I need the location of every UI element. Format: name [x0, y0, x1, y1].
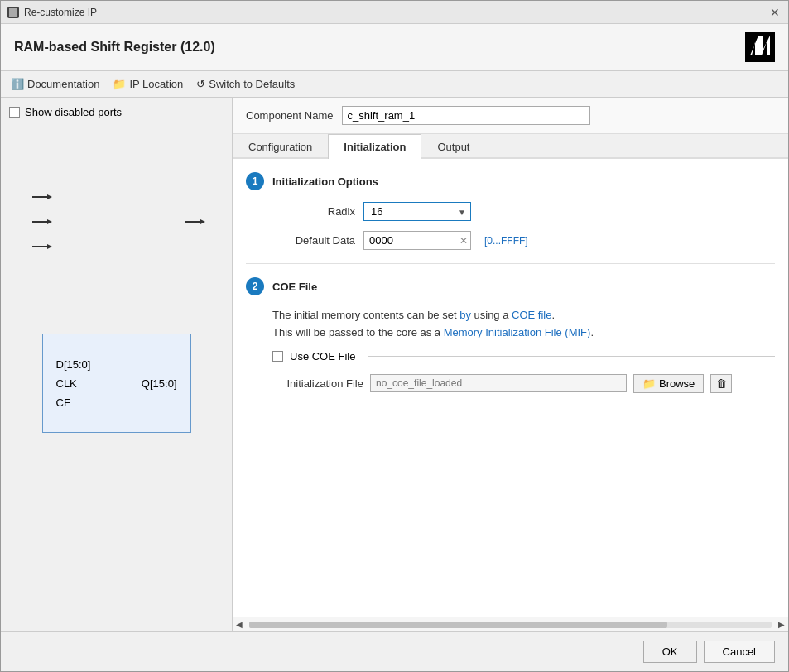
section1-header: 1 Initialization Options: [246, 172, 775, 190]
info-icon: ℹ️: [11, 78, 24, 90]
coe-desc-line2: This will be passed to the core as a Mem…: [272, 324, 775, 342]
port-d: D[15:0]: [56, 358, 177, 371]
switch-defaults-button[interactable]: ↺ Switch to Defaults: [196, 78, 295, 90]
component-name-label: Component Name: [246, 109, 334, 122]
amd-logo: [745, 32, 775, 62]
show-disabled-checkbox[interactable]: [9, 107, 20, 118]
radix-label: Radix: [272, 205, 355, 218]
tab-initialization[interactable]: Initialization: [328, 134, 421, 159]
init-file-row: Initialization File 📁 Browse 🗑: [246, 374, 775, 393]
component-diagram: D[15:0] CLK Q[15:0] CE: [42, 334, 191, 433]
use-coe-label: Use COE File: [290, 350, 355, 362]
section2-title: COE File: [272, 281, 317, 293]
content-area: Show disabled ports: [1, 98, 788, 631]
clear-default-data-button[interactable]: ✕: [459, 235, 468, 247]
scroll-left-arrow[interactable]: ◀: [233, 620, 246, 629]
coe-divider-line: [368, 356, 775, 357]
component-name-input[interactable]: [342, 106, 590, 125]
range-hint: [0...FFFF]: [484, 235, 528, 247]
browse-button[interactable]: 📁 Browse: [633, 374, 704, 393]
clear-file-button[interactable]: 🗑: [710, 374, 732, 393]
port-ce-label: CE: [56, 396, 71, 409]
switch-defaults-label: Switch to Defaults: [209, 78, 295, 90]
section2-number: 2: [246, 277, 264, 295]
amd-logo-text: [747, 32, 773, 63]
title-bar: Re-customize IP ✕: [1, 1, 788, 24]
port-d-label: D[15:0]: [56, 358, 91, 371]
svg-rect-0: [9, 8, 17, 17]
init-file-input[interactable]: [370, 374, 627, 392]
use-coe-row: Use COE File: [246, 350, 775, 362]
use-coe-checkbox[interactable]: [272, 351, 283, 362]
section1-number: 1: [246, 172, 264, 190]
right-panel: Component Name Configuration Initializat…: [233, 98, 788, 631]
section2-header: 2 COE File: [246, 277, 775, 295]
show-disabled-label: Show disabled ports: [25, 106, 122, 118]
coe-highlight-by: by: [459, 309, 471, 321]
scroll-right-arrow[interactable]: ▶: [775, 620, 788, 629]
scroll-track: [249, 622, 772, 628]
toolbar: ℹ️ Documentation 📁 IP Location ↺ Switch …: [1, 71, 788, 98]
refresh-icon: ↺: [196, 78, 205, 90]
window-title: Re-customize IP: [24, 7, 97, 18]
title-bar-left: Re-customize IP: [7, 7, 97, 18]
ip-location-button[interactable]: 📁 IP Location: [113, 78, 183, 90]
coe-description: The initial memory contents can be set b…: [246, 307, 775, 342]
port-q-label: Q[15:0]: [142, 377, 177, 390]
section-divider: [246, 263, 775, 264]
tab-output[interactable]: Output: [421, 134, 485, 159]
left-panel: Show disabled ports: [1, 98, 233, 631]
coe-desc-line1: The initial memory contents can be set b…: [272, 307, 775, 324]
port-clk-label: CLK: [56, 377, 77, 390]
ip-location-label: IP Location: [129, 78, 183, 90]
tab-content: 1 Initialization Options Radix 2 10 16 ▼: [233, 159, 788, 617]
port-clk-q: CLK Q[15:0]: [56, 377, 177, 390]
port-ce: CE: [56, 396, 177, 409]
clear-file-icon: 🗑: [716, 377, 727, 390]
close-button[interactable]: ✕: [768, 6, 782, 19]
cancel-button[interactable]: Cancel: [704, 641, 775, 663]
main-window: Re-customize IP ✕ RAM-based Shift Regist…: [0, 0, 789, 672]
coe-highlight-mif: Memory Initialization File (MIF): [444, 326, 591, 338]
default-data-row: Default Data ✕ [0...FFFF]: [246, 231, 775, 250]
documentation-button[interactable]: ℹ️ Documentation: [11, 78, 99, 90]
footer: OK Cancel: [1, 631, 788, 671]
default-data-label: Default Data: [272, 234, 355, 247]
init-file-label: Initialization File: [272, 377, 363, 390]
dialog-title: RAM-based Shift Register (12.0): [14, 40, 215, 55]
radix-select[interactable]: 2 10 16: [363, 202, 471, 221]
component-name-row: Component Name: [233, 98, 788, 134]
browse-folder-icon: 📁: [642, 377, 656, 390]
show-disabled-row: Show disabled ports: [9, 106, 224, 118]
default-data-input[interactable]: [363, 231, 471, 250]
radix-select-wrapper: 2 10 16 ▼: [363, 202, 471, 221]
header: RAM-based Shift Register (12.0): [1, 24, 788, 71]
radix-row: Radix 2 10 16 ▼: [246, 202, 775, 221]
tab-bar: Configuration Initialization Output: [233, 134, 788, 159]
folder-icon: 📁: [113, 78, 126, 90]
ok-button[interactable]: OK: [643, 641, 697, 663]
tab-configuration[interactable]: Configuration: [233, 134, 328, 159]
diagram-area: D[15:0] CLK Q[15:0] CE: [9, 143, 224, 623]
horizontal-scrollbar[interactable]: ◀ ▶: [233, 617, 788, 631]
coe-highlight-coe: COE file: [512, 309, 551, 321]
default-data-input-wrapper: ✕: [363, 231, 471, 250]
scroll-thumb[interactable]: [249, 622, 667, 628]
section1-title: Initialization Options: [272, 175, 378, 188]
app-icon: [7, 7, 19, 18]
browse-label: Browse: [659, 377, 695, 390]
documentation-label: Documentation: [27, 78, 99, 90]
